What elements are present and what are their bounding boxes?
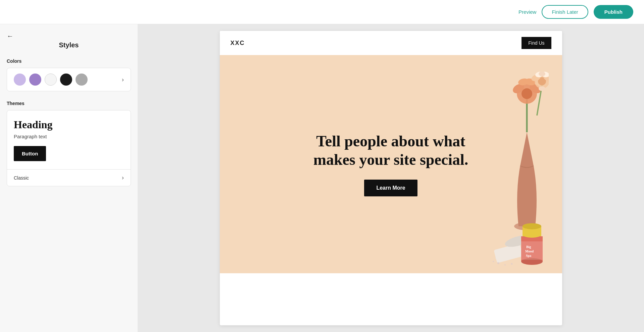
svg-point-3 (522, 88, 532, 99)
swatch-light-purple (14, 74, 26, 86)
theme-button-preview[interactable]: Button (14, 146, 46, 161)
theme-name: Classic (14, 175, 29, 181)
swatch-light-gray (45, 74, 57, 86)
preview-button[interactable]: Preview (518, 9, 536, 15)
svg-point-33 (523, 223, 541, 229)
themes-card: Heading Paragraph text Button Classic › (7, 110, 131, 186)
svg-point-20 (497, 262, 499, 264)
hero-text-block: Tell people about what makes your site s… (294, 132, 488, 196)
find-us-button[interactable]: Find Us (522, 37, 551, 49)
top-bar: Preview Finish Later Publish (0, 0, 644, 24)
finish-later-button[interactable]: Finish Later (542, 5, 588, 19)
preview-area: XXC Find Us (138, 24, 644, 332)
main-layout: ← Styles Colors › Themes Heading Paragra… (0, 24, 644, 332)
site-logo: XXC (231, 40, 245, 47)
site-nav: XXC Find Us (220, 31, 562, 55)
svg-point-16 (539, 86, 545, 91)
hero-section: Big Mood Spa Tell people about what make… (220, 55, 562, 273)
sidebar: ← Styles Colors › Themes Heading Paragra… (0, 24, 138, 332)
swatch-black (60, 74, 72, 86)
themes-chevron-icon: › (122, 174, 124, 181)
svg-text:Mood: Mood (525, 249, 534, 253)
svg-text:Big: Big (526, 245, 531, 249)
product-cans-illustration: Big Mood Spa (488, 193, 555, 267)
svg-text:Spa: Spa (526, 254, 531, 257)
theme-paragraph-preview: Paragraph text (14, 134, 124, 139)
colors-label: Colors (7, 58, 131, 64)
colors-chevron-icon[interactable]: › (122, 76, 124, 83)
theme-heading-preview: Heading (14, 118, 124, 131)
svg-point-22 (511, 263, 512, 265)
themes-label: Themes (7, 101, 131, 106)
swatch-medium-gray (76, 74, 88, 86)
svg-point-15 (539, 72, 545, 76)
themes-preview: Heading Paragraph text Button (7, 110, 131, 169)
color-swatches (14, 74, 88, 86)
svg-point-23 (493, 261, 494, 262)
back-button[interactable]: ← (7, 32, 13, 40)
website-frame: XXC Find Us (220, 31, 562, 325)
color-palette-card[interactable]: › (7, 68, 131, 91)
publish-button[interactable]: Publish (594, 5, 633, 19)
hero-headline: Tell people about what makes your site s… (294, 132, 488, 169)
hero-cta-button[interactable]: Learn More (364, 180, 417, 196)
svg-point-21 (504, 264, 506, 266)
sidebar-title: Styles (7, 41, 131, 49)
swatch-medium-purple (29, 74, 41, 86)
themes-footer[interactable]: Classic › (7, 169, 131, 186)
